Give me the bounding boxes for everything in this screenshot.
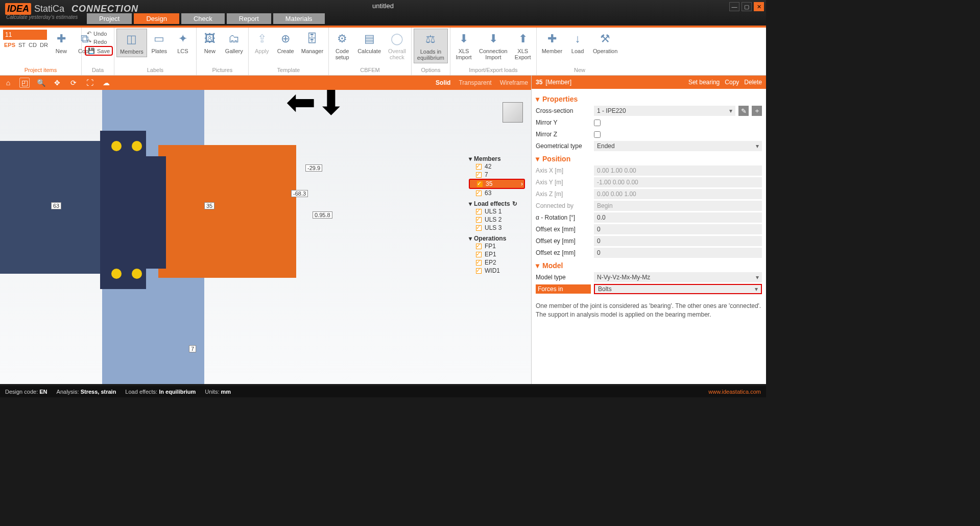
checkbox-icon[interactable] [476, 190, 482, 196]
save-button[interactable]: 💾Save [85, 46, 113, 56]
redo-button[interactable]: ↷Redo [85, 38, 113, 45]
tab-report[interactable]: Report [227, 13, 271, 24]
tagline: Calculate yesterday's estimates [6, 14, 78, 20]
ribbon-group-labels: ◫Members ▭Plates ✦LCS Labels [114, 28, 197, 75]
checkbox-icon[interactable] [476, 268, 482, 274]
add-icon[interactable]: ＋ [752, 106, 762, 116]
fullscreen-icon[interactable]: ⛶ [85, 78, 95, 88]
xls-export-icon: ⬆ [515, 31, 531, 47]
xls-export-button[interactable]: ⬆XLS Export [512, 29, 534, 62]
section-properties[interactable]: ▾ Properties [536, 95, 762, 103]
minimize-button[interactable]: — [729, 2, 739, 11]
zoom-icon[interactable]: 🔍 [36, 78, 46, 88]
website-link[interactable]: www.ideastatica.com [708, 389, 761, 395]
mirror-z-checkbox[interactable] [594, 131, 601, 138]
tree-op-ep1[interactable]: EP1 [469, 250, 525, 258]
tree-member-7[interactable]: 7 [469, 171, 525, 179]
tree-op-ep2[interactable]: EP2 [469, 258, 525, 267]
subtab-eps[interactable]: EPS [4, 42, 15, 48]
checkbox-icon[interactable] [476, 164, 482, 170]
properties-panel: 35 [Member] Set bearing Copy Delete ▾ Pr… [531, 76, 766, 384]
rotation-input[interactable]: 0.0 [594, 212, 762, 223]
checkbox-icon[interactable] [476, 217, 482, 223]
subtab-cd[interactable]: CD [29, 42, 37, 48]
view-cube[interactable] [503, 102, 523, 123]
row-offset-ex: Offset ex [mm]0 [536, 224, 762, 235]
tree-member-63[interactable]: 63 [469, 189, 525, 197]
apply-template-button[interactable]: ⇪Apply [251, 29, 273, 56]
overall-check-button[interactable]: ◯Overall check [385, 29, 409, 62]
tree-members-header[interactable]: ▾ Members [469, 155, 525, 162]
create-template-button[interactable]: ⊕Create [274, 29, 297, 56]
tree-load-uls3[interactable]: ULS 3 [469, 224, 525, 232]
xls-import-button[interactable]: ⬇XLS Import [452, 29, 475, 62]
bolt-shape [132, 269, 142, 279]
connection-import-button[interactable]: ⬇Connection Import [476, 29, 511, 62]
new-operation-button[interactable]: ⚒Operation [590, 29, 620, 56]
manager-button[interactable]: 🗄Manager [298, 29, 326, 56]
tab-check[interactable]: Check [181, 13, 225, 24]
mirror-y-checkbox[interactable] [594, 119, 601, 126]
tree-op-fp1[interactable]: FP1 [469, 242, 525, 250]
checkbox-icon[interactable] [476, 252, 482, 257]
mode-wireframe[interactable]: Wireframe [500, 79, 528, 86]
3d-viewport[interactable]: ⬅⬇ -29.9 -68.3 0.95.8 35 63 7 ▾ Members … [0, 90, 531, 384]
offset-ey-input[interactable]: 0 [594, 236, 762, 246]
group-title: Template [251, 66, 326, 74]
picture-new-button[interactable]: 🖼New [199, 29, 221, 56]
home-view-icon[interactable]: ⌂ [3, 78, 13, 88]
close-button[interactable]: ✕ [754, 2, 764, 11]
subtab-st[interactable]: ST [18, 42, 26, 48]
new-load-button[interactable]: ↓Load [566, 29, 589, 56]
checkbox-icon[interactable] [476, 260, 482, 266]
maximize-button[interactable]: ▢ [742, 2, 752, 11]
members-label-button[interactable]: ◫Members [116, 29, 147, 57]
copy-button[interactable]: Copy [725, 79, 739, 86]
code-setup-button[interactable]: ⚙Code setup [331, 29, 353, 62]
checkbox-icon[interactable] [476, 244, 482, 249]
gallery-button[interactable]: 🗂Gallery [222, 29, 246, 56]
offset-ex-input[interactable]: 0 [594, 224, 762, 234]
section-position[interactable]: ▾ Position [536, 155, 762, 163]
tag-icon[interactable]: ☁ [101, 78, 111, 88]
calculate-button[interactable]: ▤Calculate [354, 29, 384, 56]
tab-project[interactable]: Project [87, 13, 132, 24]
plates-label-button[interactable]: ▭Plates [148, 29, 171, 56]
pan-icon[interactable]: ✥ [52, 78, 62, 88]
tree-ops-header[interactable]: ▾ Operations [469, 235, 525, 242]
lcs-label-button[interactable]: ✦LCS [172, 29, 194, 56]
model-type-select[interactable]: N-Vy-Vz-Mx-My-Mz [594, 272, 762, 282]
project-select[interactable] [3, 30, 47, 40]
checkbox-icon[interactable] [476, 209, 482, 214]
tree-load-uls1[interactable]: ULS 1 [469, 207, 525, 216]
new-member-button[interactable]: ✚Member [539, 29, 565, 56]
tree-member-42[interactable]: 42 [469, 162, 525, 171]
forces-in-select[interactable]: Bolts [594, 284, 762, 294]
offset-ez-input[interactable]: 0 [594, 248, 762, 258]
checkbox-icon[interactable] [477, 181, 483, 187]
zoom-area-icon[interactable]: ◰ [19, 78, 30, 88]
tree-load-uls2[interactable]: ULS 2 [469, 216, 525, 224]
geo-type-select[interactable]: Ended [594, 141, 762, 151]
tab-materials[interactable]: Materials [273, 13, 325, 24]
rotate-icon[interactable]: ⟳ [68, 78, 79, 88]
checkbox-icon[interactable] [476, 225, 482, 231]
undo-button[interactable]: ↶Undo [85, 30, 113, 37]
mode-solid[interactable]: Solid [436, 79, 450, 86]
chevron-right-icon: › [521, 180, 523, 187]
scene-tree: ▾ Members 42 7 35› 63 ▾ Load effects ↻ U… [469, 152, 525, 275]
edit-icon[interactable]: ✎ [738, 106, 749, 116]
checkbox-icon[interactable] [476, 172, 482, 178]
subtab-dr[interactable]: DR [40, 42, 48, 48]
delete-button[interactable]: Delete [744, 79, 762, 86]
cross-section-select[interactable]: 1 - IPE220 [594, 106, 735, 116]
tree-loads-header[interactable]: ▾ Load effects ↻ [469, 200, 525, 207]
tree-member-35[interactable]: 35› [469, 179, 525, 189]
tree-op-wid1[interactable]: WID1 [469, 267, 525, 275]
section-model[interactable]: ▾ Model [536, 261, 762, 270]
loads-equilibrium-button[interactable]: ⚖Loads in equilibrium [414, 29, 448, 63]
mode-transparent[interactable]: Transparent [459, 79, 491, 86]
set-bearing-button[interactable]: Set bearing [688, 79, 720, 86]
new-item-button[interactable]: ✚New [50, 29, 73, 56]
tab-design[interactable]: Design [134, 13, 179, 24]
